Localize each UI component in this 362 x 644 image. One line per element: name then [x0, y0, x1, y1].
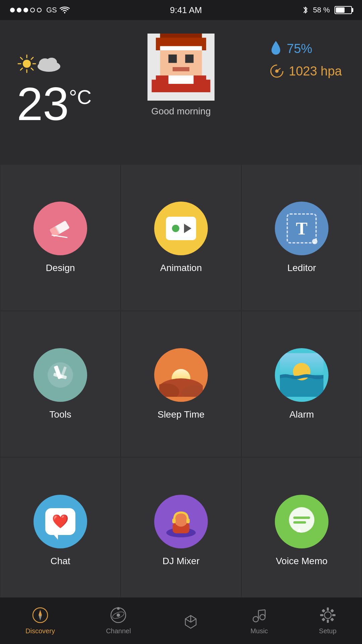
status-right: 58 % [302, 5, 352, 15]
svg-rect-24 [169, 75, 194, 84]
greeting-text: Good morning [151, 106, 210, 117]
svg-point-57 [117, 613, 120, 617]
svg-point-64 [260, 614, 265, 620]
svg-point-63 [253, 616, 258, 622]
temperature-value: 23 [17, 80, 69, 127]
djmixer-icon [154, 495, 208, 548]
svg-rect-73 [321, 609, 325, 612]
tab-setup[interactable]: Setup [312, 603, 343, 638]
status-bar: GS 9:41 AM 58 % [0, 0, 362, 20]
alarm-label: Alarm [289, 409, 314, 420]
anim-record-dot [172, 225, 179, 232]
weather-section: 23 °C Good morning [0, 20, 362, 164]
weather-center: Good morning [147, 34, 215, 117]
battery-bar [335, 6, 352, 14]
svg-point-12 [46, 58, 57, 67]
signal-dots [10, 8, 42, 12]
app-design[interactable]: Design [0, 164, 121, 311]
svg-rect-19 [185, 55, 194, 63]
tools-label: Tools [49, 409, 71, 420]
svg-point-68 [324, 612, 331, 619]
sleeptime-icon [154, 348, 208, 402]
tab-bar: Discovery Channel [0, 597, 362, 644]
tab-channel[interactable]: Channel [99, 603, 138, 638]
tab-home[interactable] [175, 609, 206, 633]
channel-tab-label: Channel [106, 627, 131, 635]
tools-icon [34, 348, 87, 402]
svg-rect-75 [321, 618, 325, 621]
dot-1 [10, 8, 15, 12]
dot-3 [23, 8, 28, 12]
svg-rect-20 [173, 67, 189, 71]
pressure-icon [269, 64, 284, 78]
home-cube-icon [182, 612, 199, 630]
djmixer-label: DJ Mixer [163, 556, 199, 567]
svg-rect-69 [327, 607, 329, 611]
svg-point-0 [64, 12, 65, 13]
setup-gear-icon [319, 606, 337, 624]
sun-icon [17, 54, 37, 74]
svg-rect-18 [169, 55, 177, 63]
app-voicememo[interactable]: Voice Memo [241, 457, 362, 604]
humidity-icon [269, 40, 282, 57]
sleeptime-label: Sleep Time [158, 409, 204, 420]
music-tab-label: Music [250, 627, 268, 635]
animation-icon [154, 202, 208, 255]
chat-label: Chat [50, 556, 70, 567]
app-animation[interactable]: Animation [121, 164, 241, 311]
heart-icon: ❤️ [52, 514, 69, 529]
temperature-unit: °C [69, 87, 92, 107]
weather-right: 75% 1023 hpa [269, 40, 342, 78]
wifi-icon [60, 6, 70, 14]
status-left: GS [10, 6, 70, 14]
svg-rect-72 [332, 614, 336, 616]
setup-tab-label: Setup [319, 627, 337, 635]
app-tools[interactable]: Tools [0, 311, 121, 458]
svg-rect-50 [293, 517, 310, 519]
svg-point-1 [23, 60, 31, 68]
voicememo-label: Voice Memo [276, 556, 327, 567]
svg-line-8 [31, 57, 33, 59]
svg-rect-17 [160, 50, 202, 75]
discovery-tab-label: Discovery [25, 627, 55, 635]
battery-fill [336, 7, 345, 13]
dot-4 [30, 8, 35, 12]
svg-rect-76 [330, 618, 334, 621]
svg-rect-47 [172, 519, 176, 523]
svg-rect-22 [152, 80, 160, 93]
dot-2 [17, 8, 21, 12]
leditor-icon: T [275, 202, 328, 255]
bluetooth-icon [302, 5, 308, 15]
carrier-label: GS [46, 6, 57, 14]
svg-rect-16 [160, 46, 202, 51]
status-time: 9:41 AM [170, 5, 202, 15]
humidity-value: 75% [287, 42, 312, 56]
animation-label: Animation [160, 263, 202, 273]
svg-rect-74 [330, 609, 334, 612]
svg-rect-71 [320, 614, 323, 616]
svg-line-67 [258, 610, 265, 610]
svg-point-49 [289, 507, 314, 533]
svg-rect-23 [202, 80, 210, 93]
svg-rect-51 [293, 521, 306, 524]
svg-rect-70 [327, 620, 329, 623]
music-icon [250, 606, 268, 624]
anim-play-button [184, 224, 191, 233]
app-sleeptime[interactable]: Sleep Time [121, 311, 241, 458]
app-leditor[interactable]: T Leditor [241, 164, 362, 311]
tab-music[interactable]: Music [244, 603, 275, 638]
svg-line-6 [20, 57, 22, 59]
weather-left: 23 °C [17, 54, 92, 127]
app-djmixer[interactable]: DJ Mixer [121, 457, 241, 604]
discovery-icon [32, 606, 49, 624]
design-label: Design [46, 263, 75, 273]
battery-percent-label: 58 % [313, 6, 330, 14]
pixel-avatar [147, 34, 215, 101]
app-alarm[interactable]: Alarm [241, 311, 362, 458]
svg-line-61 [185, 619, 191, 622]
svg-point-58 [117, 607, 120, 610]
pressure-stat: 1023 hpa [269, 64, 342, 78]
temperature-display: 23 °C [17, 80, 92, 127]
tab-discovery[interactable]: Discovery [19, 603, 62, 638]
app-chat[interactable]: ❤️ Chat [0, 457, 121, 604]
